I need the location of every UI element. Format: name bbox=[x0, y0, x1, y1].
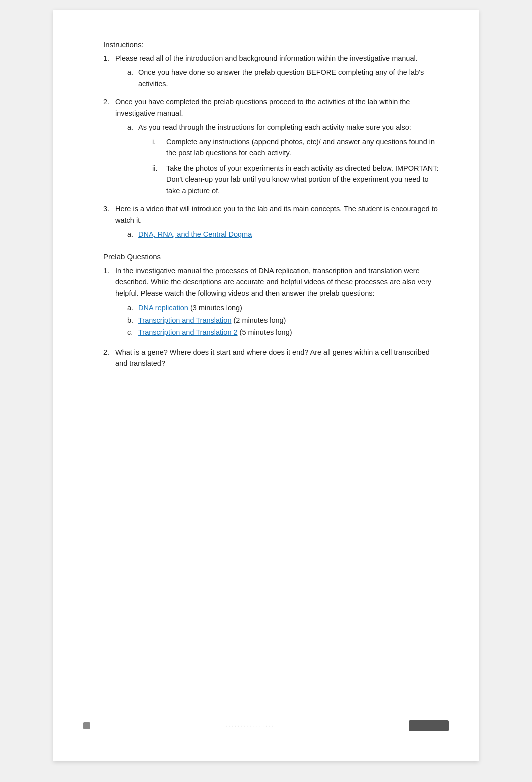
instruction-item-3: 3. Here is a video that will introduce y… bbox=[103, 203, 439, 240]
prelab-list: 1. In the investigative manual the proce… bbox=[103, 265, 439, 369]
instruction-2a-text: As you read through the instructions for… bbox=[138, 123, 411, 131]
video-b-suffix: (2 minutes long) bbox=[231, 316, 286, 324]
prelab-item-2: 2. What is a gene? Where does it start a… bbox=[103, 347, 439, 369]
instruction-number-3: 3. bbox=[103, 203, 109, 214]
instruction-item-1: 1. Please read all of the introduction a… bbox=[103, 53, 439, 89]
bottom-center-text: · · · · · · · · · · · · · · · · bbox=[226, 723, 274, 729]
instruction-text-2: Once you have completed the prelab quest… bbox=[115, 98, 410, 117]
instruction-3a: a. DNA, RNA, and the Central Dogma bbox=[127, 229, 439, 240]
bottom-badge bbox=[409, 720, 449, 731]
prelab-1-videos: a. DNA replication (3 minutes long) b. T… bbox=[127, 302, 439, 339]
video-b-letter: b. bbox=[127, 314, 133, 327]
instruction-1a-letter: a. bbox=[127, 67, 133, 78]
prelab-label: Prelab Questions bbox=[103, 252, 439, 261]
video-a-letter: a. bbox=[127, 302, 133, 314]
instruction-2a-ii: ii. Take the photos of your experiments … bbox=[152, 163, 439, 196]
instruction-2a-ii-numeral: ii. bbox=[152, 163, 157, 174]
video-item-b: b. Transcription and Translation (2 minu… bbox=[127, 314, 439, 327]
bottom-line-right bbox=[281, 726, 401, 726]
prelab-number-1: 1. bbox=[103, 265, 109, 276]
document-page: Instructions: 1. Please read all of the … bbox=[53, 10, 479, 761]
instruction-2a-roman-list: i. Complete any instructions (append pho… bbox=[152, 136, 439, 196]
instruction-number-1: 1. bbox=[103, 53, 109, 64]
video-item-a: a. DNA replication (3 minutes long) bbox=[127, 302, 439, 314]
instruction-2a-i: i. Complete any instructions (append pho… bbox=[152, 136, 439, 159]
instruction-text-1: Please read all of the introduction and … bbox=[115, 54, 418, 62]
instruction-2a-i-text: Complete any instructions (append photos… bbox=[166, 138, 435, 157]
instructions-label: Instructions: bbox=[103, 40, 439, 49]
instruction-2a-i-numeral: i. bbox=[152, 136, 156, 147]
dna-replication-link[interactable]: DNA replication bbox=[138, 304, 188, 312]
video-item-c: c. Transcription and Translation 2 (5 mi… bbox=[127, 326, 439, 339]
instruction-number-2: 2. bbox=[103, 96, 109, 107]
instruction-text-3: Here is a video that will introduce you … bbox=[115, 205, 438, 224]
instructions-list: 1. Please read all of the introduction a… bbox=[103, 53, 439, 240]
page-bottom-bar: · · · · · · · · · · · · · · · · bbox=[83, 720, 449, 731]
instruction-1-sub-list: a. Once you have done so answer the prel… bbox=[127, 67, 439, 89]
prelab-number-2: 2. bbox=[103, 347, 109, 358]
video-a-suffix: (3 minutes long) bbox=[188, 304, 242, 312]
instruction-2a-letter: a. bbox=[127, 122, 133, 133]
instruction-3a-letter: a. bbox=[127, 229, 133, 240]
instruction-1a: a. Once you have done so answer the prel… bbox=[127, 67, 439, 89]
page-icon bbox=[83, 722, 90, 729]
prelab-text-2: What is a gene? Where does it start and … bbox=[115, 348, 430, 367]
instruction-3-sub-list: a. DNA, RNA, and the Central Dogma bbox=[127, 229, 439, 240]
instruction-2a-ii-text: Take the photos of your experiments in e… bbox=[166, 164, 438, 195]
prelab-item-1: 1. In the investigative manual the proce… bbox=[103, 265, 439, 339]
transcription-translation-link[interactable]: Transcription and Translation bbox=[138, 316, 231, 324]
transcription-translation-2-link[interactable]: Transcription and Translation 2 bbox=[138, 328, 238, 336]
instruction-2a: a. As you read through the instructions … bbox=[127, 122, 439, 196]
prelab-section: Prelab Questions 1. In the investigative… bbox=[103, 252, 439, 369]
instruction-item-2: 2. Once you have completed the prelab qu… bbox=[103, 96, 439, 196]
prelab-text-1: In the investigative manual the processe… bbox=[115, 267, 431, 297]
bottom-line-left bbox=[98, 726, 218, 726]
video-c-letter: c. bbox=[127, 326, 133, 339]
dna-rna-central-dogma-link[interactable]: DNA, RNA, and the Central Dogma bbox=[138, 230, 252, 238]
instruction-2-sub-list: a. As you read through the instructions … bbox=[127, 122, 439, 196]
video-c-suffix: (5 minutes long) bbox=[238, 328, 292, 336]
instruction-1a-text: Once you have done so answer the prelab … bbox=[138, 68, 424, 87]
